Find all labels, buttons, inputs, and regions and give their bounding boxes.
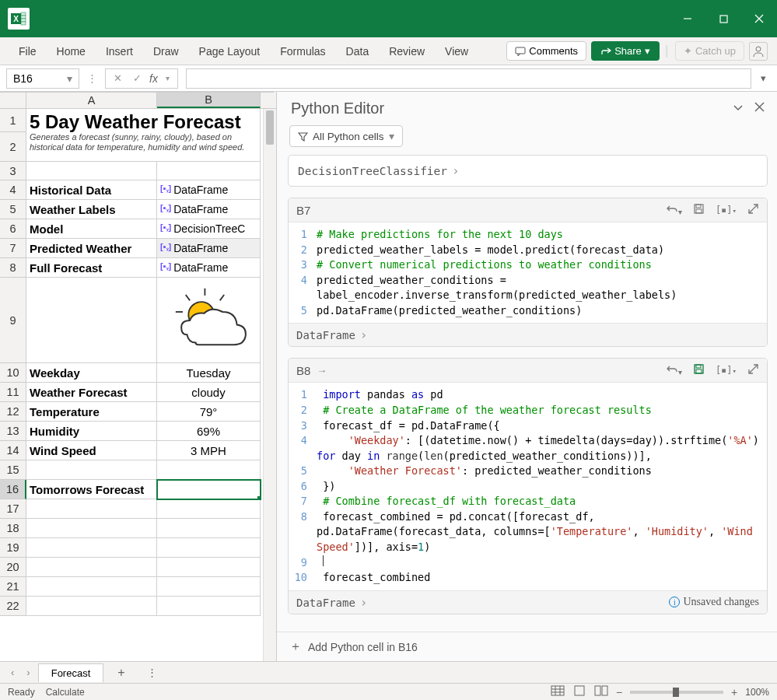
row-header[interactable]: 10 xyxy=(0,363,26,383)
cell[interactable]: [▪ʸ] DataFrame xyxy=(157,258,261,278)
cancel-icon[interactable]: ✕ xyxy=(110,72,125,84)
row-header[interactable]: 15 xyxy=(0,460,26,480)
cell[interactable]: 79° xyxy=(157,402,261,422)
cell[interactable]: Wind Speed xyxy=(26,441,157,460)
ribbon-tab-formulas[interactable]: Formulas xyxy=(271,40,334,62)
result-block[interactable]: DecisionTreeClassifier xyxy=(288,155,768,187)
vertical-scrollbar[interactable] xyxy=(263,109,276,661)
cell[interactable] xyxy=(26,597,157,616)
cell[interactable] xyxy=(26,538,157,558)
row-header[interactable]: 22 xyxy=(0,597,26,616)
add-python-cell-button[interactable]: ＋ Add Python cell in B16 xyxy=(277,632,777,661)
row-header[interactable]: 6 xyxy=(0,219,26,239)
filter-button[interactable]: All Python cells ▾ xyxy=(289,125,403,147)
cell[interactable]: Weather Forecast xyxy=(26,383,157,402)
row-header[interactable]: 2 xyxy=(0,132,26,162)
select-all-corner[interactable] xyxy=(0,92,26,108)
cell[interactable] xyxy=(157,480,261,499)
row-header[interactable]: 11 xyxy=(0,383,26,402)
cell[interactable] xyxy=(26,499,157,519)
cell[interactable]: Model xyxy=(26,219,157,239)
undo-icon[interactable]: ▾ xyxy=(666,204,682,217)
save-icon[interactable] xyxy=(693,203,705,217)
zoom-level[interactable]: 100% xyxy=(745,687,769,698)
cell[interactable]: [▪ʸ] DecisionTreeC xyxy=(157,219,261,239)
cell[interactable] xyxy=(26,278,157,363)
expand-formula-icon[interactable]: ▾ xyxy=(756,72,771,84)
chevron-down-icon[interactable]: ▾ xyxy=(163,74,173,82)
link-arrow-icon[interactable]: → xyxy=(317,365,327,376)
sheet-tab[interactable]: Forecast xyxy=(38,663,104,682)
weather-icon-cell[interactable] xyxy=(157,278,261,363)
title-cell[interactable]: 5 Day Weather Forecast xyxy=(26,109,261,132)
cell[interactable]: Full Forecast xyxy=(26,258,157,278)
sheet-menu-icon[interactable]: ⋮ xyxy=(139,667,165,678)
row-header[interactable]: 9 xyxy=(0,278,26,363)
cell[interactable] xyxy=(157,538,261,558)
comments-button[interactable]: Comments xyxy=(506,41,586,61)
expand-icon[interactable] xyxy=(747,363,759,377)
cell[interactable] xyxy=(157,499,261,519)
cell[interactable]: 3 MPH xyxy=(157,441,261,460)
cell[interactable] xyxy=(157,460,261,480)
cell[interactable] xyxy=(26,460,157,480)
sheet-nav-prev[interactable]: ‹ xyxy=(6,667,19,678)
save-icon[interactable] xyxy=(693,363,705,377)
zoom-slider[interactable] xyxy=(630,691,723,694)
ribbon-tab-draw[interactable]: Draw xyxy=(144,40,188,62)
cell[interactable] xyxy=(26,162,157,180)
cell-output[interactable]: DataFrame xyxy=(296,595,368,610)
column-header-B[interactable]: B xyxy=(157,92,261,108)
status-calculate[interactable]: Calculate xyxy=(46,687,85,698)
view-page-break-icon[interactable] xyxy=(594,685,608,698)
row-header[interactable]: 7 xyxy=(0,239,26,258)
fx-label[interactable]: fx xyxy=(149,72,158,85)
undo-icon[interactable]: ▾ xyxy=(666,364,682,377)
ribbon-tab-data[interactable]: Data xyxy=(337,40,379,62)
row-header[interactable]: 17 xyxy=(0,499,26,519)
code-editor[interactable]: 1 import pandas as pd 2 # Create a DataF… xyxy=(289,383,767,590)
view-page-layout-icon[interactable] xyxy=(572,685,586,698)
confirm-icon[interactable]: ✓ xyxy=(130,72,145,84)
cell[interactable]: Historical Data xyxy=(26,180,157,200)
cell[interactable] xyxy=(26,519,157,538)
cell[interactable]: Humidity xyxy=(26,422,157,441)
cell[interactable]: Weekday xyxy=(26,363,157,383)
ribbon-tab-review[interactable]: Review xyxy=(380,40,434,62)
row-header[interactable]: 14 xyxy=(0,441,26,460)
row-header[interactable]: 8 xyxy=(0,258,26,278)
row-header[interactable]: 4 xyxy=(0,180,26,200)
expand-icon[interactable] xyxy=(747,203,759,217)
ribbon-tab-file[interactable]: File xyxy=(9,40,46,62)
cell[interactable] xyxy=(157,597,261,616)
cell-output[interactable]: DataFrame xyxy=(296,327,368,342)
cell[interactable]: [▪ʸ] DataFrame xyxy=(157,180,261,200)
share-button[interactable]: Share ▾ xyxy=(591,41,660,61)
cell[interactable]: 69% xyxy=(157,422,261,441)
ribbon-tab-home[interactable]: Home xyxy=(47,40,95,62)
cell[interactable]: Temperature xyxy=(26,402,157,422)
row-header[interactable]: 20 xyxy=(0,558,26,577)
row-header[interactable]: 18 xyxy=(0,519,26,538)
row-header[interactable]: 13 xyxy=(0,422,26,441)
add-sheet-button[interactable]: + xyxy=(107,666,135,680)
row-header[interactable]: 3 xyxy=(0,162,26,180)
zoom-in-button[interactable]: + xyxy=(731,686,737,698)
cell[interactable] xyxy=(157,558,261,577)
sheet-nav-next[interactable]: › xyxy=(22,667,34,678)
cell[interactable]: Weather Labels xyxy=(26,200,157,219)
close-button[interactable] xyxy=(741,0,777,37)
cell[interactable] xyxy=(26,558,157,577)
row-header[interactable]: 12 xyxy=(0,402,26,422)
column-header-A[interactable]: A xyxy=(26,92,157,108)
code-editor[interactable]: 1# Make predictions for the next 10 days… xyxy=(289,222,767,323)
row-header[interactable]: 21 xyxy=(0,577,26,597)
row-header[interactable]: 1 xyxy=(0,109,26,132)
row-header[interactable]: 19 xyxy=(0,538,26,558)
cell[interactable] xyxy=(26,577,157,597)
cell[interactable] xyxy=(157,519,261,538)
cell[interactable]: Tomorrows Forecast xyxy=(26,480,157,499)
row-header[interactable]: 5 xyxy=(0,200,26,219)
view-normal-icon[interactable] xyxy=(551,685,565,698)
cell-options-icon[interactable]: ⋮ xyxy=(84,72,100,84)
